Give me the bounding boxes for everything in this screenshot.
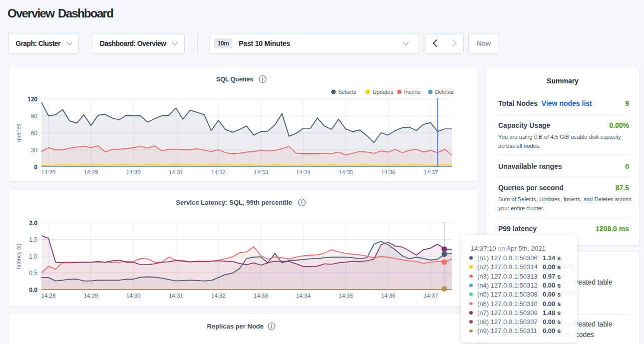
svg-text:14:37: 14:37 — [424, 169, 438, 175]
svg-text:60: 60 — [31, 130, 38, 137]
svg-text:1.0: 1.0 — [29, 253, 37, 260]
svg-text:14:33: 14:33 — [254, 293, 268, 299]
svg-text:Inserts: Inserts — [404, 89, 421, 95]
svg-text:Selects: Selects — [338, 89, 357, 95]
svg-text:90: 90 — [31, 113, 38, 120]
svg-text:2.0: 2.0 — [29, 220, 37, 227]
svg-text:1.5: 1.5 — [29, 236, 37, 243]
svg-text:14:30: 14:30 — [126, 169, 141, 175]
svg-text:latency (s): latency (s) — [15, 244, 21, 269]
svg-text:14:32: 14:32 — [211, 169, 226, 175]
svg-text:Replicas per Node: Replicas per Node — [207, 323, 264, 330]
svg-text:0.0: 0.0 — [29, 287, 37, 294]
svg-text:30: 30 — [31, 147, 38, 154]
svg-text:14:34: 14:34 — [296, 169, 311, 175]
svg-text:14:35: 14:35 — [338, 293, 353, 299]
svg-text:14:37: 14:37 — [424, 293, 438, 299]
svg-text:120: 120 — [27, 96, 37, 103]
svg-text:14:32: 14:32 — [211, 293, 226, 299]
svg-text:Service Latency: SQL, 99th per: Service Latency: SQL, 99th percentile — [176, 199, 292, 206]
svg-text:0.5: 0.5 — [29, 270, 37, 277]
svg-text:Updates: Updates — [373, 89, 393, 95]
svg-text:14:34: 14:34 — [296, 293, 311, 299]
svg-text:14:31: 14:31 — [169, 169, 183, 175]
svg-text:14:31: 14:31 — [169, 293, 183, 299]
svg-text:14:29: 14:29 — [84, 169, 98, 175]
svg-text:14:29: 14:29 — [84, 293, 98, 299]
svg-text:queries: queries — [15, 123, 21, 142]
svg-text:14:28: 14:28 — [41, 169, 56, 175]
svg-text:14:35: 14:35 — [338, 169, 353, 175]
svg-text:14:36: 14:36 — [381, 293, 395, 299]
svg-text:14:33: 14:33 — [254, 169, 268, 175]
svg-text:SQL Queries: SQL Queries — [216, 75, 253, 83]
svg-text:Deletes: Deletes — [435, 89, 454, 95]
svg-text:14:36: 14:36 — [381, 169, 395, 175]
svg-text:14:28: 14:28 — [41, 293, 56, 299]
svg-text:0: 0 — [34, 164, 37, 171]
svg-text:14:30: 14:30 — [126, 293, 141, 299]
